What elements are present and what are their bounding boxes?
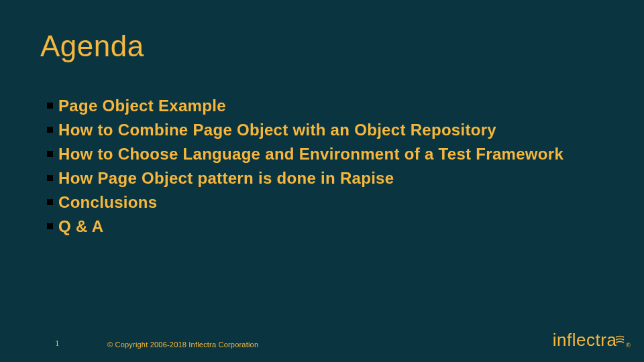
slide-title: Agenda [40,29,144,63]
copyright-text: © Copyright 2006-2018 Inflectra Corporat… [107,341,258,349]
list-item: How to Combine Page Object with an Objec… [47,118,604,142]
list-item: Page Object Example [47,94,604,118]
list-item-text: Page Object Example [58,94,604,118]
bullet-icon [47,223,53,229]
list-item: How Page Object pattern is done in Rapis… [47,166,604,190]
list-item-text: How to Choose Language and Environment o… [58,142,604,166]
list-item-text: Q & A [58,215,604,239]
list-item-text: How Page Object pattern is done in Rapis… [58,166,604,190]
logo-swirl-icon [615,334,625,346]
list-item: Q & A [47,215,604,239]
list-item-text: How to Combine Page Object with an Objec… [58,118,604,142]
logo-text: inflectra [553,330,617,351]
list-item: How to Choose Language and Environment o… [47,142,604,166]
page-number: 1 [55,338,60,349]
bullet-icon [47,103,53,109]
inflectra-logo: inflectra ® [553,330,631,351]
registered-icon: ® [626,342,631,349]
list-item-text: Conclusions [58,190,604,215]
list-item: Conclusions [47,190,604,215]
bullet-icon [47,199,53,205]
agenda-list: Page Object Example How to Combine Page … [47,94,604,239]
footer: 1 © Copyright 2006-2018 Inflectra Corpor… [0,330,644,350]
bullet-icon [47,151,53,157]
bullet-icon [47,175,53,181]
bullet-icon [47,127,53,133]
